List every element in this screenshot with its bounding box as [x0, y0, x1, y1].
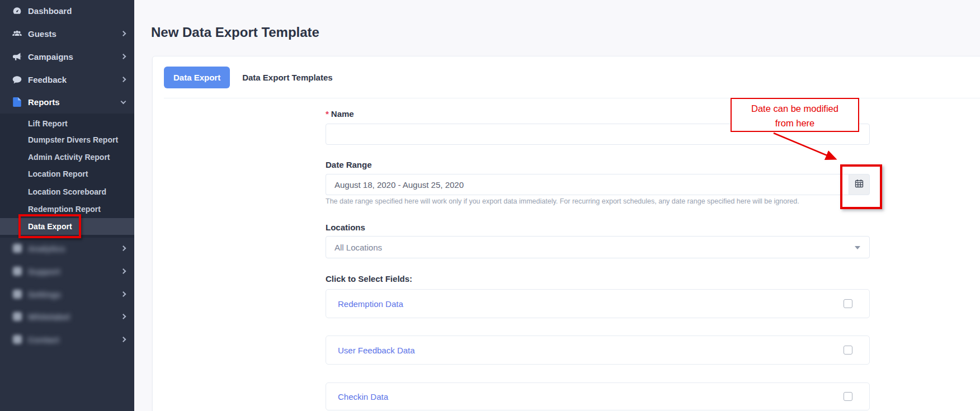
sidebar-item-label: Analytics [28, 244, 65, 253]
submenu-item-dumpster-divers-report[interactable]: Dumpster Divers Report [0, 132, 134, 148]
field-link[interactable]: Redemption Data [338, 299, 403, 309]
tab-data-export[interactable]: Data Export [164, 67, 230, 88]
chevron-right-icon [121, 314, 126, 319]
sidebar-item-dashboard[interactable]: Dashboard [0, 0, 134, 21]
sidebar-item-blurred-3[interactable]: Settings [0, 284, 134, 305]
date-range-help-text: The date range specified here will work … [326, 197, 799, 205]
required-marker: * [326, 109, 329, 119]
sidebar-item-blurred-5[interactable]: Contact [0, 329, 134, 350]
chevron-right-icon [121, 77, 126, 82]
annotation-arrow [769, 130, 847, 168]
annotation-callout: Date can be modified from here [731, 98, 859, 132]
sidebar-item-label: Support [28, 267, 60, 276]
sidebar-item-label: Guests [28, 29, 56, 39]
blurred-icon [12, 267, 22, 276]
field-row-user-feedback-data[interactable]: User Feedback Data [326, 336, 870, 365]
chevron-right-icon [121, 337, 126, 342]
annotation-highlight-date-picker [840, 164, 882, 209]
submenu-item-lift-report[interactable]: Lift Report [0, 116, 134, 131]
date-range-input[interactable] [326, 174, 849, 195]
sidebar-item-label: Contact [28, 335, 59, 344]
submenu-item-location-scoreboard[interactable]: Location Scoreboard [0, 184, 134, 200]
annotation-text-line2: from here [732, 116, 858, 130]
name-label: *Name [326, 109, 354, 119]
sidebar-item-reports[interactable]: Reports [0, 91, 134, 112]
tab-data-export-templates[interactable]: Data Export Templates [242, 73, 332, 82]
field-link[interactable]: User Feedback Data [338, 346, 415, 355]
sidebar-item-label: Campaigns [28, 52, 73, 62]
checkbox[interactable] [844, 346, 852, 355]
field-row-checkin-data[interactable]: Checkin Data [326, 382, 870, 410]
chevron-right-icon [121, 291, 126, 297]
sidebar-item-label: Feedback [28, 75, 67, 84]
sidebar-item-label: Settings [28, 290, 61, 299]
blurred-icon [12, 312, 22, 322]
sidebar-item-label: Dashboard [28, 6, 72, 16]
sidebar-item-label: Reports [28, 97, 60, 107]
locations-label: Locations [326, 223, 365, 232]
fields-label: Click to Select Fields: [326, 274, 412, 284]
chevron-right-icon [121, 245, 126, 251]
submenu-item-admin-activity-report[interactable]: Admin Activity Report [0, 149, 134, 165]
locations-selected-value: All Locations [334, 243, 382, 252]
select-caret-icon [855, 246, 860, 249]
gauge-icon [12, 6, 22, 16]
chevron-right-icon [121, 54, 126, 59]
megaphone-icon [12, 52, 22, 62]
sidebar-item-blurred-2[interactable]: Support [0, 261, 134, 282]
annotation-text-line1: Date can be modified [732, 101, 858, 116]
file-icon [12, 97, 22, 107]
chevron-down-icon [121, 98, 126, 104]
sidebar-item-campaigns[interactable]: Campaigns [0, 46, 134, 67]
users-icon [12, 29, 22, 39]
comment-icon [12, 75, 22, 84]
submenu-item-location-report[interactable]: Location Report [0, 166, 134, 182]
sidebar-item-blurred-4[interactable]: Whitelabel [0, 306, 134, 327]
checkbox[interactable] [844, 299, 852, 308]
blurred-icon [12, 335, 22, 344]
annotation-highlight-data-export [18, 214, 81, 238]
locations-select[interactable]: All Locations [326, 236, 870, 258]
blurred-icon [12, 244, 22, 253]
checkbox[interactable] [844, 392, 852, 401]
field-link[interactable]: Checkin Data [338, 392, 388, 401]
sidebar-item-guests[interactable]: Guests [0, 23, 134, 44]
field-row-redemption-data[interactable]: Redemption Data [326, 289, 870, 318]
sidebar: Dashboard Guests Campaigns Feedback Repo… [0, 0, 134, 411]
date-range-group [326, 174, 870, 195]
sidebar-item-feedback[interactable]: Feedback [0, 69, 134, 90]
sidebar-item-blurred-1[interactable]: Analytics [0, 238, 134, 259]
blurred-icon [12, 290, 22, 299]
date-range-label: Date Range [326, 160, 372, 169]
page-title: New Data Export Template [151, 25, 319, 40]
chevron-right-icon [121, 268, 126, 274]
name-label-text: Name [331, 109, 354, 119]
tab-bar: Data Export Data Export Templates [164, 67, 333, 88]
sidebar-item-label: Whitelabel [28, 312, 70, 322]
chevron-right-icon [121, 31, 126, 36]
